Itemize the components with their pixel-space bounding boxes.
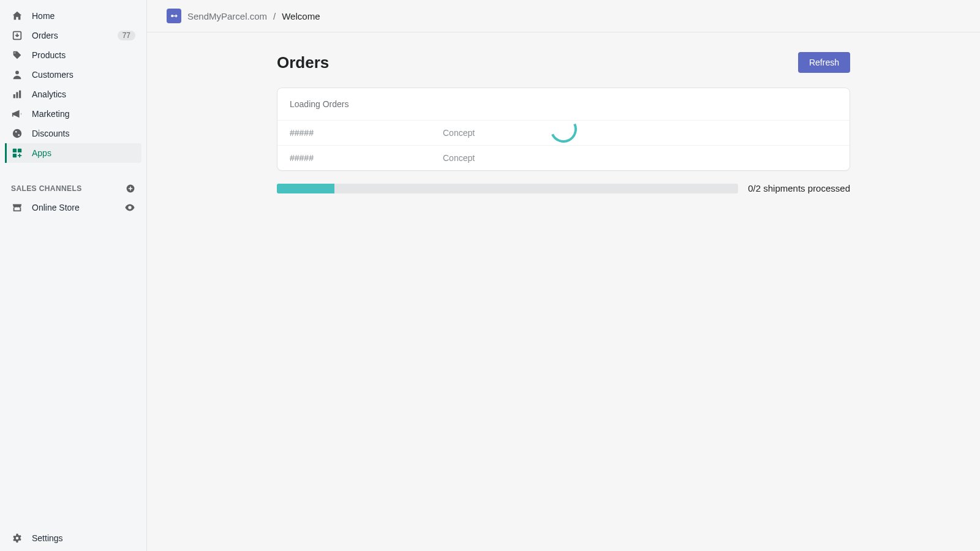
sidebar-item-label: Orders [32,31,118,40]
section-title: SALES CHANNELS [11,184,82,193]
sidebar-item-label: Apps [32,148,135,158]
breadcrumb-separator: / [273,11,276,21]
sidebar-item-label: Home [32,11,135,21]
sidebar-item-home[interactable]: Home [5,6,141,26]
sidebar-item-label: Discounts [32,129,135,138]
sidebar-item-online-store[interactable]: Online Store [0,197,146,218]
content: Orders Refresh Loading Orders ##### Conc… [147,32,980,551]
eye-icon[interactable] [124,202,135,213]
breadcrumb: SendMyParcel.com / Welcome [147,0,980,32]
sidebar-item-customers[interactable]: Customers [5,65,141,84]
progress: 0/2 shipments processed [277,183,850,193]
sidebar-item-label: Customers [32,70,135,80]
progress-fill [277,184,334,193]
row-status: Concept [443,128,475,138]
sidebar-item-apps[interactable]: Apps [5,143,141,163]
breadcrumb-app[interactable]: SendMyParcel.com [187,11,267,21]
svg-rect-4 [19,91,21,99]
percent-icon [11,127,23,140]
svg-rect-2 [13,94,15,98]
sidebar-item-analytics[interactable]: Analytics [5,84,141,104]
main: SendMyParcel.com / Welcome Orders Refres… [147,0,980,551]
sidebar: Home Orders 77 Products [0,0,147,551]
progress-label: 0/2 shipments processed [748,183,850,193]
sidebar-item-orders[interactable]: Orders 77 [5,26,141,45]
sidebar-item-products[interactable]: Products [5,45,141,65]
svg-point-1 [15,71,19,75]
row-id: ##### [290,153,443,163]
orders-card: Loading Orders ##### Concept ##### Conce… [277,88,850,171]
page-title: Orders [277,53,329,72]
card-header: Loading Orders [277,88,850,120]
page-header: Orders Refresh [277,52,850,73]
table-row: ##### Concept [277,120,850,145]
svg-rect-8 [13,154,17,157]
sidebar-item-discounts[interactable]: Discounts [5,124,141,143]
tag-icon [11,49,23,61]
bars-icon [11,88,23,100]
progress-bar [277,184,738,193]
sidebar-item-label: Marketing [32,109,135,119]
sidebar-item-label: Products [32,50,135,60]
gear-icon [11,532,23,544]
table-row: ##### Concept [277,145,850,170]
sidebar-item-label: Analytics [32,89,135,99]
sidebar-item-settings[interactable]: Settings [0,525,146,551]
svg-rect-3 [16,92,18,98]
settings-label: Settings [32,533,63,543]
active-marker [5,143,7,163]
svg-point-10 [171,15,173,17]
megaphone-icon [11,108,23,120]
sidebar-item-label: Online Store [32,203,124,212]
apps-icon [11,147,23,159]
refresh-button[interactable]: Refresh [798,52,850,73]
home-icon [11,10,23,22]
person-icon [11,69,23,81]
orders-badge: 77 [118,31,135,40]
svg-rect-7 [18,149,21,152]
nav-list: Home Orders 77 Products [0,6,146,163]
sales-channels-header: SALES CHANNELS [0,180,146,197]
orders-icon [11,29,23,42]
svg-point-5 [13,129,21,138]
row-status: Concept [443,153,475,163]
store-icon [11,201,23,214]
sidebar-item-marketing[interactable]: Marketing [5,104,141,124]
page: Orders Refresh Loading Orders ##### Conc… [277,52,850,193]
add-channel-icon[interactable] [126,184,135,193]
svg-rect-6 [13,149,17,152]
row-id: ##### [290,128,443,138]
breadcrumb-page: Welcome [282,11,320,21]
app-logo-icon [167,9,181,23]
